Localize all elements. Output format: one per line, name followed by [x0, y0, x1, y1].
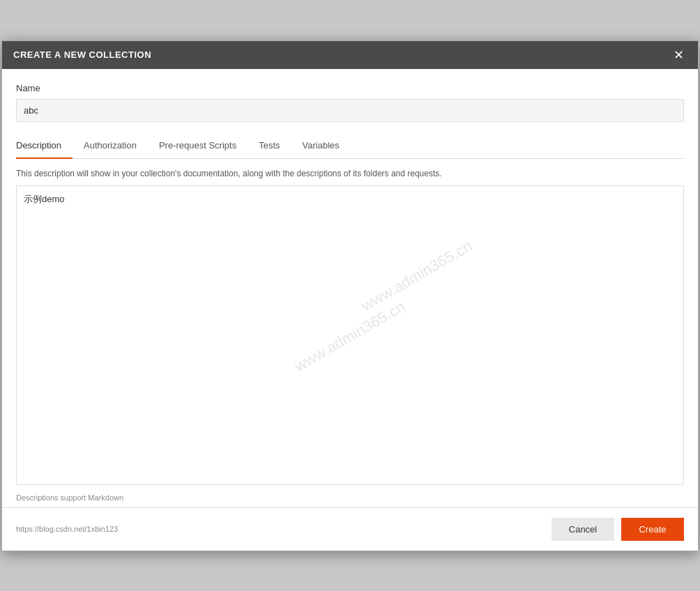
name-label: Name	[16, 83, 684, 93]
modal-header: CREATE A NEW COLLECTION ✕	[2, 41, 698, 69]
modal-footer: https://blog.csdn.net/1xbin123 Cancel Cr…	[2, 507, 698, 551]
markdown-note: Descriptions support Markdown	[16, 488, 684, 507]
modal-title: CREATE A NEW COLLECTION	[13, 49, 151, 60]
tab-variables[interactable]: Variables	[291, 133, 351, 159]
description-textarea[interactable]: 示例demo	[16, 185, 684, 485]
close-button[interactable]: ✕	[670, 47, 687, 63]
modal-overlay: CREATE A NEW COLLECTION ✕ Name Descripti…	[0, 0, 700, 591]
tab-pre-request-scripts[interactable]: Pre-request Scripts	[148, 133, 248, 159]
name-input[interactable]	[16, 99, 684, 122]
tab-bar: Description Authorization Pre-request Sc…	[16, 133, 684, 159]
footer-url: https://blog.csdn.net/1xbin123	[16, 525, 118, 533]
tab-tests[interactable]: Tests	[248, 133, 291, 159]
textarea-wrapper: 示例demo www.admin365.cn www.admin365.cn	[16, 185, 684, 488]
modal-body: Name Description Authorization Pre-reque…	[2, 69, 698, 507]
tab-authorization[interactable]: Authorization	[73, 133, 148, 159]
cancel-button[interactable]: Cancel	[551, 518, 614, 541]
modal-dialog: CREATE A NEW COLLECTION ✕ Name Descripti…	[1, 40, 699, 551]
create-button[interactable]: Create	[621, 518, 684, 541]
tab-description[interactable]: Description	[16, 133, 73, 159]
description-note: This description will show in your colle…	[16, 159, 684, 185]
